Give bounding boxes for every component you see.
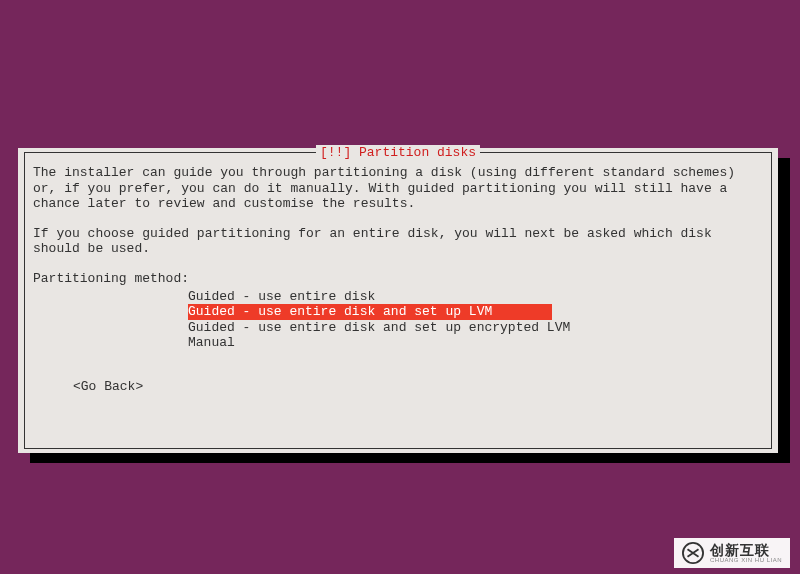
intro-paragraph-2: If you choose guided partitioning for an… — [33, 226, 763, 257]
option-guided-entire-disk[interactable]: Guided - use entire disk — [188, 289, 375, 304]
option-guided-encrypted-lvm[interactable]: Guided - use entire disk and set up encr… — [188, 320, 570, 335]
intro-paragraph-1: The installer can guide you through part… — [33, 165, 763, 212]
dialog-title: [!!] Partition disks — [316, 145, 480, 161]
watermark-text: 创新互联 CHUANG XIN HU LIAN — [710, 543, 782, 563]
dialog-border: [!!] Partition disks The installer can g… — [24, 152, 772, 449]
option-manual[interactable]: Manual — [188, 335, 235, 350]
option-guided-lvm[interactable]: Guided - use entire disk and set up LVM — [188, 304, 552, 320]
watermark-main: 创新互联 — [710, 543, 782, 557]
partitioning-options: Guided - use entire disk Guided - use en… — [188, 289, 763, 351]
watermark-sub: CHUANG XIN HU LIAN — [710, 557, 782, 563]
dialog-content: The installer can guide you through part… — [25, 153, 771, 403]
watermark-logo-icon — [682, 542, 704, 564]
go-back-button[interactable]: <Go Back> — [73, 379, 763, 395]
partitioning-prompt: Partitioning method: — [33, 271, 763, 287]
watermark: 创新互联 CHUANG XIN HU LIAN — [674, 538, 790, 568]
partition-disks-dialog: [!!] Partition disks The installer can g… — [18, 148, 778, 453]
